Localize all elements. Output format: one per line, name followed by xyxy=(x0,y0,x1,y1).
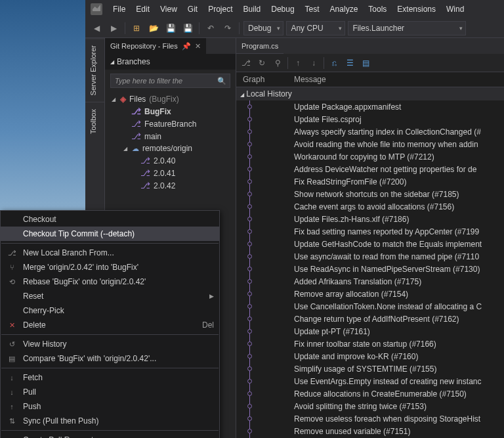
nav-back-icon[interactable]: ◀ xyxy=(89,21,104,35)
commit-dot-icon xyxy=(247,242,252,246)
menu-item[interactable]: ↺View History xyxy=(1,337,219,351)
server-explorer-tab[interactable]: Server Explorer xyxy=(85,38,104,102)
menu-build[interactable]: Build xyxy=(238,2,266,16)
menu-view[interactable]: View xyxy=(155,2,182,16)
commit-row[interactable]: Update Files.zh-Hans.xlf (#7186) xyxy=(236,213,504,225)
refresh-icon[interactable]: ↻ xyxy=(255,56,269,70)
commit-row[interactable]: Workaround for copying to MTP (#7212) xyxy=(236,150,504,163)
redo-icon[interactable]: ↷ xyxy=(220,21,235,35)
commit-row[interactable]: Fix bad setting names reported by AppCen… xyxy=(236,225,504,238)
menu-item[interactable]: ⎇New Local Branch From... xyxy=(1,246,219,260)
git-repo-tab[interactable]: Git Repository - Files 📌 ✕ xyxy=(105,38,206,54)
startup-select[interactable]: Files.Launcher xyxy=(348,21,466,35)
menu-extensions[interactable]: Extensions xyxy=(392,2,441,16)
nav-fwd-icon[interactable]: ▶ xyxy=(106,21,121,35)
commit-row[interactable]: Update GetHashCode to match the Equals i… xyxy=(236,238,504,250)
menu-item[interactable]: Cherry-Pick xyxy=(1,303,219,318)
commit-row[interactable]: Reduce allocations in CreateEnumerable (… xyxy=(236,387,504,400)
remotes-node[interactable]: ◢ ☁ remotes/origin xyxy=(105,142,236,154)
menu-test[interactable]: Test xyxy=(300,2,325,16)
menu-item[interactable]: Create Pull Request xyxy=(1,433,219,438)
commit-row[interactable]: Cache event args to avoid allocations (#… xyxy=(236,200,504,213)
filter-placeholder: Type here to filter the xyxy=(115,77,182,85)
menu-item[interactable]: ⇅Sync (Pull then Push) xyxy=(1,414,219,428)
commit-row[interactable]: Remove array allocation (#7154) xyxy=(236,288,504,300)
commit-message: Cache event args to avoid allocations (#… xyxy=(294,202,504,211)
graph-view-icon[interactable]: ⎌ xyxy=(327,56,341,70)
commit-row[interactable]: Remove unused variable (#7151) xyxy=(236,425,504,437)
pin-icon[interactable]: 📌 xyxy=(182,42,191,51)
config-select[interactable]: Debug xyxy=(243,21,284,35)
remote-branch[interactable]: ⎇ 2.0.41 xyxy=(105,167,236,179)
menu-edit[interactable]: Edit xyxy=(131,2,155,16)
menu-window[interactable]: Wind xyxy=(441,2,469,16)
remote-branch[interactable]: ⎇ 2.0.40 xyxy=(105,154,236,167)
menu-item[interactable]: ↓Pull xyxy=(1,385,219,399)
menu-item[interactable]: Checkout Tip Commit (--detach) xyxy=(1,227,219,241)
branch-filter-input[interactable]: Type here to filter the 🔍 xyxy=(110,74,230,88)
compare-icon[interactable]: ▤ xyxy=(358,56,373,70)
menu-project[interactable]: Project xyxy=(203,2,238,16)
commit-row[interactable]: Added Afrikaans Translation (#7175) xyxy=(236,275,504,288)
commit-row[interactable]: Use async/await to read from the named p… xyxy=(236,250,504,263)
commit-row[interactable]: Update Package.appxmanifest xyxy=(236,100,504,113)
tab-label: Git Repository - Files xyxy=(110,42,178,50)
commit-row[interactable]: Avoid reading the whole file into memory… xyxy=(236,138,504,150)
commit-row[interactable]: Use EventArgs.Empty instead of creating … xyxy=(236,375,504,387)
menu-item[interactable]: Reset▶ xyxy=(1,289,219,303)
menu-item[interactable]: ▤Compare 'BugFix' with 'origin/2.0.42'..… xyxy=(1,351,219,366)
commit-row[interactable]: Fix inner toolbar state on startup (#716… xyxy=(236,338,504,350)
commit-row[interactable]: Use ReadAsync in NamedPipeServerStream (… xyxy=(236,263,504,275)
pull-icon[interactable]: ↓ xyxy=(306,56,321,70)
repo-node[interactable]: ◢ ◈ Files (BugFix) xyxy=(105,93,236,105)
menu-tools[interactable]: Tools xyxy=(363,2,392,16)
new-item-icon[interactable]: ⊞ xyxy=(129,21,144,35)
platform-select[interactable]: Any CPU xyxy=(286,21,345,35)
save-all-icon[interactable]: 💾 xyxy=(180,21,195,35)
local-history-section[interactable]: ◢ Local History xyxy=(236,87,504,100)
menu-item[interactable]: Checkout xyxy=(1,212,219,227)
program-cs-tab[interactable]: Program.cs xyxy=(236,38,284,54)
branch-featurebranch[interactable]: ⎇ FeatureBranch xyxy=(105,118,236,130)
push-icon[interactable]: ↑ xyxy=(291,56,305,70)
menu-git[interactable]: Git xyxy=(182,2,203,16)
branch-main[interactable]: ⎇ main xyxy=(105,130,236,142)
branch-graph-icon[interactable]: ⎇ xyxy=(239,56,253,70)
menu-item[interactable]: ↓Fetch xyxy=(1,370,219,385)
commit-row[interactable]: Show network shortcuts on the sidebar (#… xyxy=(236,188,504,200)
menu-item[interactable]: ✕DeleteDel xyxy=(1,318,219,332)
menu-item[interactable]: ⟲Rebase 'BugFix' onto 'origin/2.0.42' xyxy=(1,274,219,289)
menu-item-label: Merge 'origin/2.0.42' into 'BugFix' xyxy=(23,263,214,272)
commit-row[interactable]: Remove useless foreach when disposing St… xyxy=(236,412,504,425)
save-icon[interactable]: 💾 xyxy=(163,21,178,35)
toolbox-tab[interactable]: Toolbox xyxy=(85,102,104,141)
commit-graph-cell xyxy=(236,113,294,125)
menu-file[interactable]: File xyxy=(108,2,131,16)
commit-row[interactable]: Avoid splitting the string twice (#7153) xyxy=(236,400,504,412)
branches-header[interactable]: ◢ Branches xyxy=(105,54,236,70)
commit-row[interactable]: Change return type of AddIfNotPresent (#… xyxy=(236,313,504,325)
commit-dot-icon xyxy=(247,317,252,321)
commit-row[interactable]: Simplify usage of SYSTEMTIME (#7155) xyxy=(236,362,504,375)
filter-icon[interactable]: ⚲ xyxy=(270,56,285,70)
commit-row[interactable]: Update pt-PT (#7161) xyxy=(236,325,504,338)
undo-icon[interactable]: ↶ xyxy=(203,21,218,35)
history-panel: Program.cs ⎇ ↻ ⚲ ↑ ↓ ⎌ ☰ ▤ Graph Message… xyxy=(236,38,504,438)
commit-row[interactable]: Use CancellationToken.None instead of al… xyxy=(236,300,504,313)
commit-row[interactable]: Update and improve ko-KR (#7160) xyxy=(236,350,504,362)
close-icon[interactable]: ✕ xyxy=(195,42,201,51)
menu-analyze[interactable]: Analyze xyxy=(325,2,364,16)
open-icon[interactable]: 📂 xyxy=(146,21,161,35)
list-view-icon[interactable]: ☰ xyxy=(343,56,357,70)
branch-bugfix[interactable]: ⎇ BugFix xyxy=(105,105,236,118)
commit-graph-cell xyxy=(236,338,294,350)
menu-item[interactable]: ⑂Merge 'origin/2.0.42' into 'BugFix' xyxy=(1,260,219,274)
commit-dot-icon xyxy=(247,204,252,209)
commit-row[interactable]: Update Files.csproj xyxy=(236,113,504,125)
commit-row[interactable]: Fix ReadStringFromFile (#7200) xyxy=(236,175,504,188)
remote-branch[interactable]: ⎇ 2.0.42 xyxy=(105,179,236,192)
menu-item[interactable]: ↑Push xyxy=(1,399,219,414)
commit-row[interactable]: Address DeviceWatcher not getting proper… xyxy=(236,163,504,175)
menu-debug[interactable]: Debug xyxy=(266,2,299,16)
commit-row[interactable]: Always specify starting index in Collect… xyxy=(236,125,504,138)
